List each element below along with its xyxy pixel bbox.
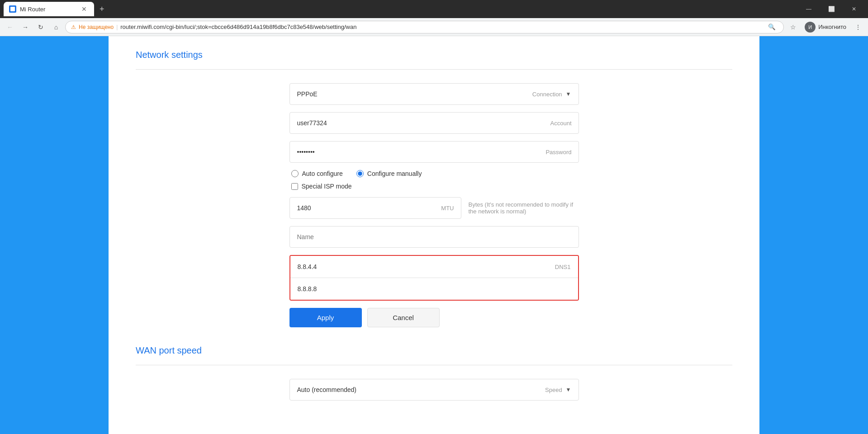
toolbar-right: ☆ И Инкогнито ⋮ [787, 20, 864, 34]
chevron-down-icon: ▼ [566, 91, 571, 97]
profile-label: Инкогнито [818, 24, 846, 30]
special-isp-label: Special ISP mode [302, 183, 352, 190]
dns-box: DNS1 [289, 255, 579, 301]
window-controls: — ⬜ ✕ [798, 2, 864, 16]
forward-button[interactable]: → [19, 21, 32, 33]
menu-button[interactable]: ⋮ [852, 21, 864, 33]
browser-content: Network settings PPPoE Connection ▼ [0, 36, 868, 434]
mtu-helper-text: Bytes (It's not recommended to modify if… [469, 201, 579, 215]
address-search-button[interactable]: 🔍 [765, 21, 778, 33]
left-sidebar [0, 36, 109, 434]
wan-speed-label: Speed [545, 387, 562, 393]
account-label: Account [550, 120, 572, 127]
dns1-field[interactable]: DNS1 [290, 256, 578, 278]
insecure-label: Не защищено [79, 24, 114, 30]
network-settings-section: Network settings PPPoE Connection ▼ [136, 50, 732, 327]
reload-button[interactable]: ↻ [34, 21, 47, 33]
wan-speed-value: Auto (recommended) [297, 386, 357, 393]
home-button[interactable]: ⌂ [50, 21, 62, 33]
name-field[interactable] [289, 226, 579, 248]
apply-button[interactable]: Apply [289, 308, 362, 327]
browser-tab[interactable]: Mi Router ✕ [4, 2, 94, 16]
manual-configure-label: Configure manually [367, 170, 422, 177]
special-isp-checkbox[interactable] [291, 183, 298, 190]
wan-port-speed-section: WAN port speed Auto (recommended) Speed … [136, 345, 732, 401]
wan-speed-dropdown[interactable]: Auto (recommended) Speed ▼ [289, 379, 579, 401]
password-label: Password [545, 149, 571, 156]
auto-configure-option[interactable]: Auto configure [291, 170, 343, 177]
wan-section-divider [136, 365, 732, 365]
browser-toolbar: ← → ↻ ⌂ ⚠ Не защищено | router.miwifi.co… [0, 18, 868, 36]
wan-chevron-down-icon: ▼ [566, 387, 571, 393]
dns2-field[interactable] [290, 278, 578, 300]
tab-title: Mi Router [20, 6, 76, 13]
maximize-button[interactable]: ⬜ [821, 2, 842, 16]
wan-speed-dropdown-right: Speed ▼ [545, 387, 571, 393]
config-mode-row: Auto configure Configure manually [289, 170, 579, 177]
mtu-field[interactable]: MTU [289, 197, 461, 219]
avatar: И [805, 22, 816, 33]
network-form: PPPoE Connection ▼ Account Password [289, 83, 579, 327]
password-input[interactable] [289, 141, 579, 163]
url-text[interactable]: router.miwifi.com/cgi-bin/luci/;stok=cbc… [120, 24, 763, 30]
connection-value: PPPoE [297, 90, 318, 98]
special-isp-row[interactable]: Special ISP mode [289, 183, 579, 190]
form-buttons: Apply Cancel [289, 308, 579, 327]
connection-dropdown[interactable]: PPPoE Connection ▼ [289, 83, 579, 105]
connection-dropdown-right: Connection ▼ [532, 91, 571, 98]
auto-configure-radio[interactable] [291, 170, 299, 177]
wan-speed-field[interactable]: Auto (recommended) Speed ▼ [289, 379, 579, 401]
name-input[interactable] [289, 226, 579, 248]
back-button[interactable]: ← [4, 21, 16, 33]
insecure-icon: ⚠ [71, 24, 76, 30]
wan-form: Auto (recommended) Speed ▼ [289, 379, 579, 401]
dns1-label: DNS1 [555, 264, 571, 270]
page-content: Network settings PPPoE Connection ▼ [109, 36, 759, 434]
section-divider [136, 69, 732, 70]
profile-button[interactable]: И Инкогнито [801, 20, 850, 34]
manual-configure-option[interactable]: Configure manually [356, 170, 422, 177]
mtu-input[interactable] [289, 197, 461, 219]
manual-configure-radio[interactable] [356, 170, 364, 177]
connection-label: Connection [532, 91, 562, 98]
close-button[interactable]: ✕ [844, 2, 864, 16]
network-settings-title: Network settings [136, 50, 732, 60]
auto-configure-label: Auto configure [302, 170, 343, 177]
mtu-row: MTU Bytes (It's not recommended to modif… [289, 197, 579, 219]
dns2-input[interactable] [290, 278, 578, 300]
dns1-input[interactable] [290, 256, 578, 278]
cancel-button[interactable]: Cancel [367, 308, 440, 327]
bookmark-button[interactable]: ☆ [787, 21, 799, 33]
address-bar[interactable]: ⚠ Не защищено | router.miwifi.com/cgi-bi… [65, 21, 784, 33]
password-field[interactable]: Password [289, 141, 579, 163]
account-field[interactable]: Account [289, 112, 579, 134]
minimize-button[interactable]: — [798, 2, 819, 16]
new-tab-button[interactable]: + [96, 3, 108, 16]
account-input[interactable] [289, 112, 579, 134]
url-separator: | [116, 24, 118, 30]
browser-titlebar: Mi Router ✕ + — ⬜ ✕ [0, 0, 868, 18]
tab-close-button[interactable]: ✕ [80, 5, 89, 14]
right-sidebar [759, 36, 868, 434]
mtu-label: MTU [441, 205, 454, 212]
tab-favicon [9, 5, 16, 13]
wan-port-speed-title: WAN port speed [136, 345, 732, 356]
connection-field[interactable]: PPPoE Connection ▼ [289, 83, 579, 105]
